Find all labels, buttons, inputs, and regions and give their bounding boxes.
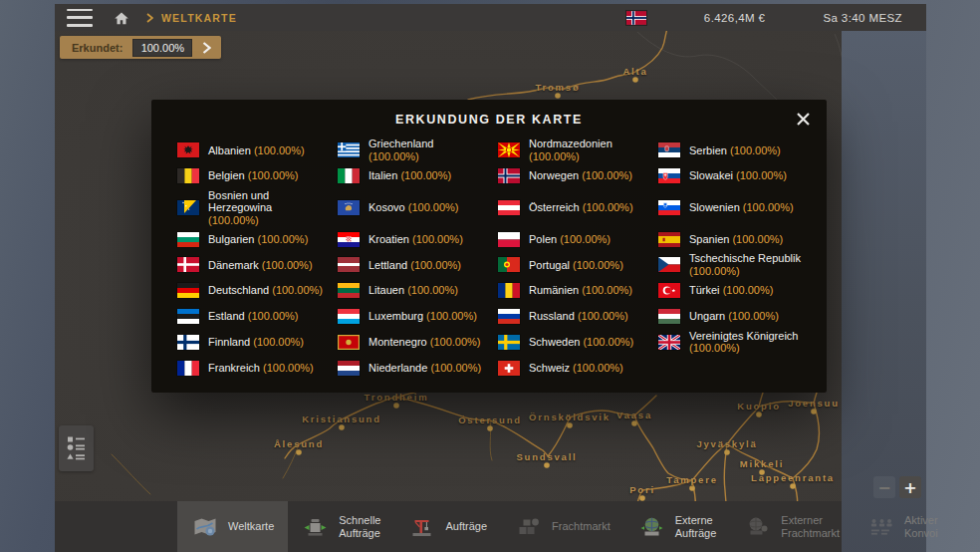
country-explored-percent: (100.00%) [732,233,783,245]
top-bar: WELTKARTE 6.426,4M € Sa 3:40 MESZ [55,4,926,31]
country-row: Schweden (100.00%) [498,329,646,355]
home-icon[interactable] [113,10,130,26]
country-name: Tschechische Republik [689,252,801,264]
country-explored-percent: (100.00%) [248,169,299,181]
toolbar-item-external-contracts[interactable]: Externe Aufträge [624,501,731,552]
flag-united-kingdom-icon [658,335,680,350]
country-explored-percent: (100.00%) [368,150,419,162]
country-row: Tschechische Republik (100.00%) [658,252,807,278]
flag-finland-icon [177,335,199,350]
country-explored-percent: (100.00%) [426,310,477,322]
country-row: Slowakei (100.00%) [658,163,807,189]
country-row: Albanien (100.00%) [177,138,326,163]
map-city-label: Trondheim [365,392,429,403]
country-row: Kosovo (100.00%) [338,189,486,227]
country-name: Belgien [208,169,245,181]
toolbar-item-label: Externer Frachtmarkt [781,514,840,540]
country-explored-percent: (100.00%) [736,169,787,181]
world-map-icon [191,515,218,539]
breadcrumb-chevron-icon [146,13,153,23]
map-city-label: Mikkeli [740,458,784,469]
country-explored-percent: (100.00%) [578,310,628,322]
flag-netherlands-icon [338,361,360,376]
country-explored-percent: (100.00%) [573,259,623,271]
flag-lithuania-icon [338,283,360,298]
country-row: Serbien (100.00%) [658,138,807,163]
toolbar-item-label: Aktiver Konvoi [904,514,938,540]
toolbar-item-label: Frachtmarkt [552,520,611,533]
country-name: Deutschland [208,284,269,296]
flag-hungary-icon [658,309,680,324]
map-legend-button[interactable] [59,425,94,471]
country-row: Lettland (100.00%) [338,252,486,278]
country-explored-percent: (100.00%) [430,336,481,348]
flag-bosnia-herzegovina-icon [177,200,199,215]
country-row: Portugal (100.00%) [498,252,646,278]
country-explored-percent: (100.00%) [262,259,313,271]
jobs-icon [408,515,435,539]
explored-bar: Erkundet: [60,36,221,59]
toolbar-item-world-map[interactable]: Weltkarte [177,501,288,552]
country-name: Slowenien [689,201,740,213]
toolbar-item-label: Schnelle Aufträge [339,514,380,540]
flag-montenegro-icon [338,335,360,350]
flag-luxembourg-icon [338,309,360,324]
flag-albania-icon [177,142,199,157]
flag-portugal-icon [498,257,520,272]
country-row: Italien (100.00%) [338,163,486,189]
profile-flag-norway-icon [626,11,646,25]
explored-submit-chevron-icon[interactable] [202,42,211,54]
country-row: Griechenland (100.00%) [338,138,486,163]
map-city-label: Jyväskylä [696,438,757,449]
map-city-label: Tampere [666,474,718,485]
country-row: Belgien (100.00%) [177,163,326,189]
zoom-in-button[interactable]: + [899,476,921,498]
country-name: Litauen [368,284,404,296]
toolbar-item-quick-jobs[interactable]: Schnelle Aufträge [288,501,394,552]
flag-kosovo-icon [338,200,360,215]
game-time: Sa 3:40 MESZ [823,12,902,24]
country-row: Litauen (100.00%) [338,278,486,304]
country-row: Norwegen (100.00%) [498,163,646,189]
breadcrumb: WELTKARTE [161,12,237,24]
country-explored-percent: (100.00%) [410,259,461,271]
country-row: Ungarn (100.00%) [658,304,807,330]
map-city-label: Joensuu [788,398,840,409]
country-explored-percent: (100.00%) [723,284,774,296]
country-explored-percent: (100.00%) [408,201,459,213]
country-name: Kosovo [368,201,405,213]
country-explored-percent: (100.00%) [560,233,611,245]
explored-input[interactable] [132,39,192,57]
country-explored-percent: (100.00%) [208,214,259,226]
country-explored-percent: (100.00%) [263,362,314,374]
country-name: Vereinigtes Königreich [689,330,798,342]
country-name: Frankreich [208,362,260,374]
toolbar-item-external-freight-market: Externer Frachtmarkt [730,501,854,552]
toolbar-item-freight-market: Frachtmarkt [501,501,624,552]
country-row: Russland (100.00%) [498,304,646,330]
country-explored-percent: (100.00%) [412,233,463,245]
country-row: Kroatien (100.00%) [338,226,486,252]
map-city-label: Alta [622,66,647,77]
map-city-label: Kuopio [737,401,781,412]
background-blur [842,31,926,552]
country-name: Nordmazedonien [529,138,612,149]
zoom-out-button[interactable]: − [873,476,895,498]
country-name: Schweiz [529,362,570,374]
map-city-label: Pori [629,484,655,495]
country-explored-percent: (100.00%) [583,336,633,348]
flag-switzerland-icon [498,361,520,376]
flag-czech-republic-icon [658,257,680,272]
menu-icon[interactable] [67,9,93,27]
close-icon[interactable] [793,109,813,129]
country-explored-percent: (100.00%) [689,342,740,354]
legend-icon [66,434,88,462]
map-city-label: Ålesund [274,438,324,449]
flag-france-icon [177,361,199,376]
game-screen: TromsøAltaTrondheimKristiansundÅlesundÖs… [0,0,980,552]
flag-norway-icon [498,168,520,183]
country-row: Bosnien und Herzegowina (100.00%) [177,189,326,227]
toolbar-item-jobs[interactable]: Aufträge [394,501,501,552]
country-row: Montenegro (100.00%) [338,329,486,355]
flag-austria-icon [498,200,520,215]
